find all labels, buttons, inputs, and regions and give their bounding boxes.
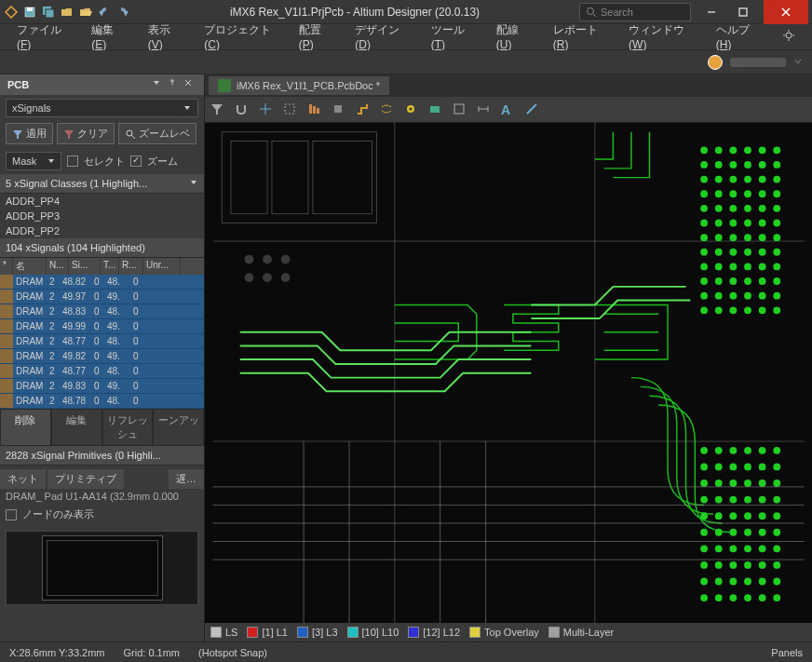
signal-row[interactable]: DRAM248.83048.0 (0, 304, 204, 319)
chevron-down-icon[interactable] (793, 57, 803, 68)
save-icon[interactable] (22, 5, 37, 20)
text-icon[interactable]: A (501, 102, 516, 117)
sig-col-header[interactable]: * (0, 258, 13, 275)
svg-point-85 (700, 234, 708, 241)
sig-col-header[interactable]: Unr... (143, 258, 181, 275)
snap-icon[interactable] (235, 102, 250, 117)
svg-point-116 (715, 306, 723, 314)
window-title: iMX6 Rex_V1I1.PrjPcb - Altium Designer (… (130, 6, 579, 19)
folder-icon[interactable] (78, 5, 93, 20)
svg-point-100 (744, 263, 751, 270)
layer-3l3[interactable]: [3] L3 (297, 627, 338, 638)
zoom-checkbox[interactable] (130, 155, 142, 167)
svg-point-146 (715, 512, 723, 520)
save-all-icon[interactable] (41, 5, 56, 20)
redo-icon[interactable] (115, 5, 130, 20)
xsignals-dropdown[interactable]: xSignals (6, 99, 198, 117)
mask-dropdown[interactable]: Mask (6, 152, 61, 170)
diffpair-icon[interactable] (380, 102, 395, 117)
open-icon[interactable] (60, 5, 74, 20)
apply-button[interactable]: 適用 (6, 123, 53, 144)
signal-row[interactable]: DRAM248.78048.0 (0, 394, 204, 409)
select-rect-icon[interactable] (283, 102, 298, 117)
svg-point-50 (715, 146, 723, 154)
zoom-button[interactable]: ズームレベ (118, 123, 196, 144)
class-item[interactable]: ADDR_PP3 (0, 209, 204, 223)
svg-line-18 (131, 135, 135, 139)
signal-row[interactable]: DRAM249.83049.0 (0, 379, 204, 394)
layer-ls[interactable]: LS (210, 627, 237, 638)
polygon-icon[interactable] (453, 102, 467, 117)
class-list[interactable]: ADDR_PP4ADDR_PP3ADDR_PP2 (0, 194, 204, 238)
svg-point-132 (773, 463, 780, 470)
align-icon[interactable] (307, 102, 322, 117)
sig-col-header[interactable]: Si... (69, 258, 101, 275)
edit-button[interactable]: 編集 (51, 409, 102, 446)
user-avatar-icon[interactable] (708, 55, 723, 70)
svg-point-72 (773, 190, 780, 197)
cleanup-button[interactable]: ーンアッ (153, 409, 204, 446)
chevron-down-icon[interactable] (189, 178, 198, 187)
layer-topoverlay[interactable]: Top Overlay (469, 627, 539, 638)
layer-multilayer[interactable]: Multi-Layer (548, 627, 614, 638)
line-icon[interactable] (525, 102, 540, 117)
panel-close-icon[interactable] (183, 78, 196, 91)
settings-icon[interactable] (773, 25, 805, 48)
pcb-layout (205, 123, 812, 642)
sig-col-header[interactable]: T... (101, 258, 119, 275)
signal-actions: 削除 編集 リフレッシュ ーンアッ (0, 409, 204, 446)
svg-point-105 (729, 277, 737, 285)
pin-icon[interactable] (168, 78, 181, 91)
svg-point-115 (700, 306, 708, 314)
undo-icon[interactable] (97, 5, 112, 20)
sig-col-header[interactable]: N... (47, 258, 69, 275)
select-checkbox[interactable] (67, 155, 78, 167)
signal-row[interactable]: DRAM249.97049.0 (0, 290, 204, 304)
svg-point-130 (744, 463, 751, 470)
tab-net[interactable]: ネット (0, 469, 46, 489)
dropdown-icon[interactable] (152, 78, 165, 91)
svg-point-75 (729, 205, 737, 212)
filter-icon[interactable] (210, 102, 225, 117)
signal-row[interactable]: DRAM249.99049.0 (0, 319, 204, 334)
sig-col-header[interactable]: R... (119, 258, 143, 275)
via-icon[interactable] (404, 102, 419, 117)
signal-row[interactable]: DRAM248.77048.0 (0, 334, 204, 349)
refresh-button[interactable]: リフレッシュ (102, 409, 154, 446)
clear-button[interactable]: クリア (57, 123, 115, 144)
layer-bar: LS[1] L1[3] L3[10] L10[12] L12Top Overla… (205, 623, 812, 642)
menubar: ファイル (F)編集 (E)表示 (V)プロジェクト (C)配置 (P)デザイン… (0, 24, 812, 50)
tab-primitive[interactable]: プリミティブ (47, 469, 124, 489)
class-item[interactable]: ADDR_PP2 (0, 223, 204, 238)
svg-point-107 (759, 277, 766, 285)
doc-tab-pcb[interactable]: iMX6 Rex_V1I1_PCB.PcbDoc * (209, 76, 389, 95)
dimension-icon[interactable] (477, 102, 492, 117)
nodeonly-checkbox[interactable] (6, 509, 17, 520)
route-icon[interactable] (356, 102, 371, 117)
layer-12l12[interactable]: [12] L12 (408, 627, 460, 638)
signals-header: 104 xSignals (104 Highlighted) (0, 238, 204, 258)
signals-table[interactable]: DRAM248.82048.0DRAM249.97049.0DRAM248.83… (0, 275, 204, 409)
delete-button[interactable]: 削除 (0, 409, 51, 446)
svg-point-103 (700, 277, 708, 285)
svg-point-150 (773, 512, 780, 520)
pcb-canvas[interactable]: LS[1] L1[3] L3[10] L10[12] L12Top Overla… (205, 123, 812, 642)
sig-col-header[interactable]: 名 (13, 258, 47, 275)
layer-1l1[interactable]: [1] L1 (247, 627, 288, 638)
board-thumbnail[interactable] (6, 531, 198, 605)
panels-button[interactable]: Panels (771, 647, 803, 658)
svg-point-95 (759, 249, 766, 256)
svg-point-87 (729, 234, 737, 241)
layer-10l10[interactable]: [10] L10 (347, 627, 399, 638)
close-button[interactable] (764, 0, 808, 24)
fill-icon[interactable] (428, 102, 443, 117)
signal-row[interactable]: DRAM248.82048.0 (0, 275, 204, 290)
crosshair-icon[interactable] (259, 102, 274, 117)
class-item[interactable]: ADDR_PP4 (0, 194, 204, 209)
tab-delay[interactable]: 遅… (169, 469, 204, 489)
component-icon[interactable] (332, 102, 346, 117)
signal-row[interactable]: DRAM248.77048.0 (0, 364, 204, 379)
svg-point-169 (700, 578, 708, 586)
signal-row[interactable]: DRAM249.82049.0 (0, 349, 204, 364)
svg-point-78 (773, 205, 780, 212)
